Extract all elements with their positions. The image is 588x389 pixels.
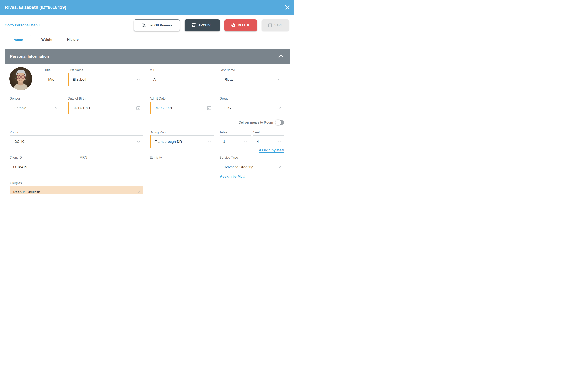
last-name-value: Rivas — [224, 77, 233, 82]
field-room: Room DCHC — [9, 130, 143, 148]
chevron-down-icon — [55, 107, 59, 109]
field-admit-date: Admit Date 04/05/2021 — [150, 97, 214, 114]
field-service-type: Service Type Advance Ordering — [220, 156, 284, 173]
window-title: Rivas, Elizabeth (ID=6018419) — [5, 5, 66, 10]
person-slash-icon — [141, 23, 146, 28]
mi-label: M.I — [150, 68, 214, 72]
assign-by-meal-seating-link[interactable]: Assign by Meal — [259, 148, 284, 152]
archive-box-icon — [192, 23, 196, 28]
allergies-value: Peanut, Shellfish — [13, 190, 40, 194]
client-id-value: 6018419 — [13, 165, 27, 169]
room-value: DCHC — [14, 140, 25, 144]
table-select[interactable]: 1 — [220, 135, 251, 148]
deliver-meals-row: Deliver meals to Room — [239, 120, 284, 125]
gender-value: Female — [14, 106, 27, 110]
archive-button[interactable]: ARCHIVE — [185, 19, 220, 31]
set-off-premise-label: Set Off Premise — [149, 24, 172, 27]
date-of-birth-input[interactable]: 04/14/1941 — [68, 102, 143, 114]
date-of-birth-label: Date of Birth — [68, 97, 143, 100]
gender-label: Gender — [9, 97, 62, 100]
group-label: Group — [220, 97, 284, 100]
chevron-up-icon — [278, 54, 284, 58]
date-of-birth-value: 04/14/1941 — [72, 106, 91, 110]
floppy-disk-icon — [268, 23, 272, 27]
save-button[interactable]: SAVE — [261, 19, 289, 31]
set-off-premise-button[interactable]: Set Off Premise — [134, 19, 180, 31]
field-seat: Seat 4 — [253, 130, 284, 148]
mrn-label: MRN — [80, 156, 143, 160]
allergies-select[interactable]: Peanut, Shellfish — [9, 186, 143, 194]
chevron-down-icon — [137, 141, 140, 143]
field-table: Table 1 — [220, 130, 251, 148]
group-select[interactable]: LTC — [220, 102, 284, 114]
calendar-icon[interactable] — [207, 105, 211, 110]
title-input[interactable]: Mrs — [44, 73, 62, 86]
field-client-id: Client ID 6018419 — [9, 156, 73, 173]
client-id-input[interactable]: 6018419 — [9, 161, 73, 173]
chevron-down-icon — [277, 166, 281, 168]
deliver-meals-label: Deliver meals to Room — [239, 121, 273, 125]
allergies-label: Allergies — [9, 181, 143, 185]
tab-weight[interactable]: Weight — [36, 35, 58, 45]
field-dining-room: Dining Room Flamborough DR — [150, 130, 214, 148]
seat-select[interactable]: 4 — [253, 135, 284, 148]
resident-photo — [9, 67, 32, 90]
chevron-down-icon — [207, 141, 211, 143]
delete-button[interactable]: DELETE — [224, 19, 257, 31]
save-label: SAVE — [274, 24, 283, 27]
seat-label: Seat — [253, 130, 284, 134]
ethnicity-label: Ethnicity — [150, 156, 214, 160]
field-allergies: Allergies Peanut, Shellfish — [9, 181, 143, 194]
personal-information-section-header[interactable]: Personal Information — [5, 49, 290, 64]
go-to-personal-menu-link[interactable]: Go to Personal Menu — [5, 23, 40, 27]
service-type-select[interactable]: Advance Ordering — [220, 161, 284, 173]
chevron-down-icon — [137, 79, 140, 81]
assign-by-meal-service-link[interactable]: Assign by Meal — [220, 175, 245, 179]
field-date-of-birth: Date of Birth 04/14/1941 — [68, 97, 143, 114]
field-last-name: Last Name Rivas — [220, 68, 284, 86]
dining-room-select[interactable]: Flamborough DR — [150, 135, 214, 148]
toggle-knob — [275, 120, 281, 125]
field-gender: Gender Female — [9, 97, 62, 114]
field-ethnicity: Ethnicity — [150, 156, 214, 173]
admit-date-input[interactable]: 04/05/2021 — [150, 102, 214, 114]
chevron-down-icon — [277, 107, 281, 109]
title-label: Title — [44, 68, 62, 72]
deliver-meals-toggle[interactable] — [275, 120, 284, 125]
last-name-label: Last Name — [220, 68, 284, 72]
chevron-down-icon — [277, 79, 281, 81]
tab-profile[interactable]: Profile — [5, 35, 31, 45]
field-title: Title Mrs — [44, 68, 62, 86]
title-value: Mrs — [48, 77, 54, 82]
mrn-input[interactable] — [80, 161, 143, 173]
tab-bar: Profile Weight History — [5, 35, 290, 45]
room-select[interactable]: DCHC — [9, 135, 143, 148]
group-value: LTC — [224, 106, 231, 110]
calendar-icon[interactable] — [136, 105, 141, 110]
field-first-name: First Name Elizabeth — [68, 68, 143, 86]
ethnicity-input[interactable] — [150, 161, 214, 173]
admit-date-value: 04/05/2021 — [155, 106, 173, 110]
field-group: Group LTC — [220, 97, 284, 114]
table-label: Table — [220, 130, 251, 134]
window-title-bar: Rivas, Elizabeth (ID=6018419) — [0, 0, 294, 15]
delete-label: DELETE — [238, 24, 250, 27]
service-type-label: Service Type — [220, 156, 284, 160]
tab-history[interactable]: History — [62, 35, 84, 45]
chevron-down-icon — [137, 191, 140, 194]
chevron-down-icon — [244, 141, 248, 143]
dining-room-label: Dining Room — [150, 130, 214, 134]
mi-input[interactable]: A — [150, 73, 214, 86]
first-name-label: First Name — [68, 68, 143, 72]
first-name-select[interactable]: Elizabeth — [68, 73, 143, 86]
chevron-down-icon — [277, 141, 281, 143]
close-icon[interactable] — [285, 5, 290, 10]
section-title: Personal Information — [10, 54, 49, 59]
table-value: 1 — [223, 140, 225, 144]
service-type-value: Advance Ordering — [224, 165, 253, 169]
gender-select[interactable]: Female — [9, 102, 62, 114]
last-name-select[interactable]: Rivas — [220, 73, 284, 86]
dining-room-value: Flamborough DR — [155, 140, 182, 144]
field-mi: M.I A — [150, 68, 214, 86]
admit-date-label: Admit Date — [150, 97, 214, 100]
